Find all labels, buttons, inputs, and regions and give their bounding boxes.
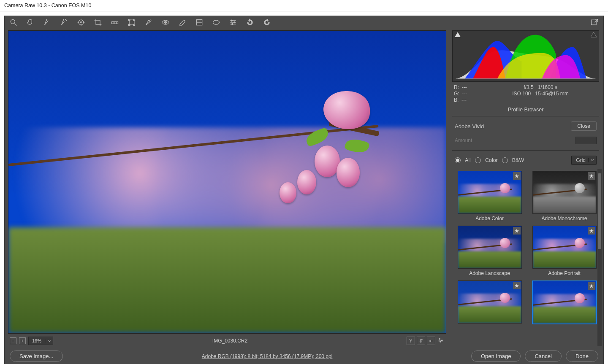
profile-thumb-land[interactable]: ★ — [458, 226, 522, 269]
camera-raw-dialog: − + 16% IMG_0030.CR2 Y ⇵ ⇤ — [4, 16, 604, 364]
svg-line-1 — [15, 24, 17, 26]
favorite-star-icon[interactable]: ★ — [513, 282, 521, 289]
color-sampler-icon[interactable] — [60, 18, 69, 27]
favorite-star-icon[interactable]: ★ — [588, 282, 595, 290]
svg-point-32 — [232, 24, 233, 25]
crop-icon[interactable] — [93, 18, 103, 27]
preview-status-bar: − + 16% IMG_0030.CR2 Y ⇵ ⇤ — [7, 335, 447, 346]
svg-rect-33 — [592, 20, 597, 25]
profile-thumb-grid: ★Adobe Color★Adobe Monochrome★Adobe Land… — [450, 169, 602, 346]
profile-thumb-vivid[interactable]: ★ — [532, 280, 597, 324]
svg-point-0 — [11, 19, 15, 24]
close-button[interactable]: Close — [571, 121, 597, 131]
hand-icon[interactable] — [26, 18, 35, 27]
profile-thumb-label: Adobe Portrait — [548, 269, 581, 279]
filter-row: All Color B&W Grid — [450, 151, 602, 169]
profile-thumb: ★Adobe Color — [454, 171, 525, 224]
preview-pane: − + 16% IMG_0030.CR2 Y ⇵ ⇤ — [5, 30, 450, 346]
svg-point-31 — [234, 22, 235, 23]
before-after-y-icon[interactable]: Y — [407, 337, 415, 345]
save-image-button[interactable]: Save Image... — [10, 351, 63, 362]
right-panel: R: --- G: --- B: --- f/3.5 1/1600 s ISO … — [450, 30, 603, 346]
cancel-button[interactable]: Cancel — [525, 351, 561, 362]
info-readout: R: --- G: --- B: --- f/3.5 1/1600 s ISO … — [450, 84, 602, 104]
favorite-star-icon[interactable]: ★ — [588, 227, 595, 235]
profile-thumb: ★Adobe Landscape — [454, 226, 525, 279]
window-title: Camera Raw 10.3 - Canon EOS M10 — [0, 0, 608, 11]
profile-thumb: ★Adobe Monochrome — [529, 171, 600, 224]
view-mode-select[interactable]: Grid — [571, 156, 597, 165]
scrollbar[interactable] — [597, 169, 602, 346]
favorite-star-icon[interactable]: ★ — [513, 227, 521, 235]
target-adjust-icon[interactable] — [76, 18, 86, 27]
open-object-icon[interactable] — [590, 18, 599, 27]
spot-removal-icon[interactable] — [144, 18, 153, 27]
histogram[interactable] — [452, 30, 599, 82]
toolbar — [5, 16, 603, 30]
filter-radio-bw[interactable] — [502, 157, 508, 163]
sliders-icon[interactable] — [437, 337, 445, 344]
red-eye-icon[interactable] — [161, 18, 170, 27]
profile-thumb-std[interactable]: ★ — [458, 280, 522, 324]
main-area: − + 16% IMG_0030.CR2 Y ⇵ ⇤ — [5, 30, 603, 346]
rotate-ccw-icon[interactable] — [245, 18, 255, 27]
favorite-star-icon[interactable]: ★ — [513, 172, 521, 180]
workflow-options-link[interactable]: Adobe RGB (1998); 8 bit; 5184 by 3456 (1… — [67, 353, 467, 359]
panel-title: Profile Browser — [450, 104, 602, 115]
svg-point-19 — [150, 20, 151, 21]
svg-point-4 — [79, 20, 84, 25]
image-preview[interactable] — [8, 30, 446, 334]
adjustment-brush-icon[interactable] — [178, 18, 187, 27]
done-button[interactable]: Done — [566, 351, 598, 362]
bottom-bar: Save Image... Adobe RGB (1998); 8 bit; 5… — [5, 346, 603, 364]
filter-color-label: Color — [485, 157, 498, 163]
filename-label: IMG_0030.CR2 — [56, 338, 404, 344]
before-after-swap-icon[interactable]: ⇵ — [417, 337, 425, 345]
filter-bw-label: B&W — [512, 157, 524, 163]
profile-thumb-color[interactable]: ★ — [458, 171, 522, 214]
rotate-cw-icon[interactable] — [262, 18, 271, 27]
open-image-button[interactable]: Open Image — [471, 351, 521, 362]
view-mode-value: Grid — [572, 157, 588, 163]
svg-point-39 — [441, 340, 442, 341]
filter-radio-all[interactable] — [455, 157, 461, 163]
zoom-level-value: 16% — [29, 338, 46, 343]
preferences-icon[interactable] — [228, 18, 238, 27]
profile-thumb-port[interactable]: ★ — [532, 226, 597, 269]
profile-thumb-mono[interactable]: ★ — [532, 171, 597, 214]
filter-radio-color[interactable] — [475, 157, 481, 163]
svg-line-3 — [65, 19, 67, 21]
white-balance-icon[interactable] — [43, 18, 52, 27]
amount-field[interactable] — [575, 137, 597, 144]
filter-all-label: All — [465, 157, 471, 163]
zoom-in-button[interactable]: + — [19, 337, 26, 344]
svg-point-40 — [440, 341, 441, 342]
transform-icon[interactable] — [127, 18, 136, 27]
svg-point-26 — [213, 20, 220, 24]
straighten-icon[interactable] — [110, 18, 119, 27]
profile-thumb-label: Adobe Landscape — [469, 269, 510, 279]
profile-thumb-label: Adobe Monochrome — [541, 214, 587, 224]
profile-thumb: ★Adobe Vivid — [529, 280, 600, 324]
profile-thumb: ★Adobe Portrait — [529, 226, 600, 279]
graduated-filter-icon[interactable] — [195, 18, 204, 27]
amount-label: Amount — [455, 138, 575, 143]
svg-point-30 — [231, 20, 232, 21]
before-after-copy-icon[interactable]: ⇤ — [427, 337, 435, 345]
svg-point-5 — [80, 22, 81, 23]
profile-thumb-label: Adobe Color — [475, 214, 504, 224]
favorite-star-icon[interactable]: ★ — [588, 172, 595, 180]
radial-filter-icon[interactable] — [212, 18, 221, 27]
profile-thumb: ★Adobe Standard — [454, 280, 525, 324]
svg-point-38 — [439, 338, 440, 340]
current-profile-name: Adobe Vivid — [455, 123, 571, 129]
zoom-out-button[interactable]: − — [10, 337, 16, 344]
zoom-icon[interactable] — [9, 18, 18, 27]
zoom-level-select[interactable]: 16% — [28, 337, 53, 345]
